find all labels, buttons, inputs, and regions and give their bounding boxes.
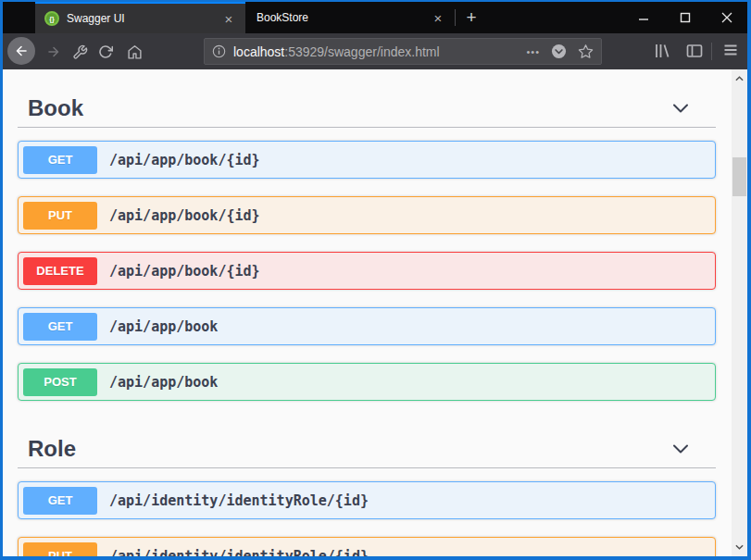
pocket-icon[interactable] [551,44,567,59]
url-actions: ••• [526,44,594,59]
url-host: localhost [233,44,284,59]
operation-row[interactable]: POST /api/app/book [18,363,716,401]
api-sections: Book GET /api/app/book/{id} PUT /api/app… [3,90,732,556]
section-header[interactable]: Role [18,430,716,467]
close-tab-icon[interactable]: × [429,8,447,27]
operation-row[interactable]: PUT /api/app/book/{id} [18,196,716,234]
chevron-down-icon[interactable] [670,98,691,118]
tab-bookstore[interactable]: BookStore × [245,2,455,33]
menu-button[interactable] [722,42,739,58]
close-tab-icon[interactable]: × [219,9,238,28]
tab-bar-drag-space [3,2,35,33]
operation-path: /api/app/book [109,374,218,391]
operation-path: /api/app/book/{id} [109,207,260,224]
browser-window: {} Swagger UI × BookStore × + [0,0,751,560]
minimize-button[interactable] [622,2,664,33]
tab-title: BookStore [257,11,429,24]
swagger-favicon-icon: {} [44,11,59,26]
back-button[interactable] [7,37,35,65]
method-badge: PUT [23,542,97,557]
chevron-down-icon[interactable] [670,439,691,459]
back-arrow-icon [14,44,29,58]
wrench-icon [72,44,88,60]
operation-path: /api/app/book/{id} [109,152,260,168]
operation-row[interactable]: GET /api/app/book/{id} [18,141,716,179]
forward-arrow-icon [46,44,61,59]
section-operations: GET /api/identity/identityRole/{id} PUT … [18,481,716,556]
api-section: Book GET /api/app/book/{id} PUT /api/app… [18,90,716,401]
reload-icon [98,44,113,59]
page-actions-icon[interactable]: ••• [526,46,540,57]
section-divider [18,127,716,128]
operation-path: /api/app/book [109,318,218,335]
vertical-scrollbar[interactable] [732,69,747,556]
section-divider [18,467,716,468]
scroll-down-icon[interactable] [732,540,747,554]
wrench-button[interactable] [69,42,90,62]
operation-path: /api/identity/identityRole/{id} [109,492,369,509]
operation-row[interactable]: PUT /api/identity/identityRole/{id} [18,537,716,556]
maximize-button[interactable] [664,2,706,33]
new-tab-button[interactable]: + [456,2,487,33]
method-badge: PUT [23,202,97,230]
method-badge: GET [23,146,97,174]
operation-path: /api/app/book/{id} [109,263,260,280]
url-bar[interactable]: localhost:53929/swagger/index.html ••• [204,38,602,65]
url-path: :53929/swagger/index.html [284,44,439,59]
operation-row[interactable]: GET /api/app/book [18,307,716,345]
method-badge: DELETE [23,257,97,285]
home-button[interactable] [124,42,144,62]
operation-row[interactable]: GET /api/identity/identityRole/{id} [18,481,716,519]
scrollbar-thumb[interactable] [732,157,746,196]
method-badge: GET [23,313,97,341]
sidebar-toggle-button[interactable] [685,42,704,60]
section-title: Book [28,95,83,121]
section-operations: GET /api/app/book/{id} PUT /api/app/book… [18,141,716,401]
reload-button[interactable] [95,42,116,62]
library-button[interactable] [653,42,671,60]
forward-button[interactable] [44,42,64,62]
tab-bar-spacer [487,2,622,33]
toolbar-separator [711,43,712,60]
section-header[interactable]: Book [18,90,716,127]
operation-row[interactable]: DELETE /api/app/book/{id} [18,252,716,290]
navigation-toolbar: localhost:53929/swagger/index.html ••• [3,33,747,69]
tab-swagger-ui[interactable]: {} Swagger UI × [35,2,245,33]
bookmark-star-icon[interactable] [578,44,594,59]
section-title: Role [28,436,76,462]
home-icon [127,44,143,60]
method-badge: GET [23,487,97,515]
url-text[interactable]: localhost:53929/swagger/index.html [233,44,526,59]
page-content: Book GET /api/app/book/{id} PUT /api/app… [3,69,747,556]
site-info-icon[interactable] [212,44,226,58]
tab-title: Swagger UI [67,12,219,25]
operation-path: /api/identity/identityRole/{id} [109,548,369,557]
api-section: Role GET /api/identity/identityRole/{id}… [18,430,716,556]
scroll-up-icon[interactable] [732,71,747,86]
tab-bar: {} Swagger UI × BookStore × + [3,2,747,33]
close-window-button[interactable] [706,2,747,33]
method-badge: POST [23,368,97,396]
